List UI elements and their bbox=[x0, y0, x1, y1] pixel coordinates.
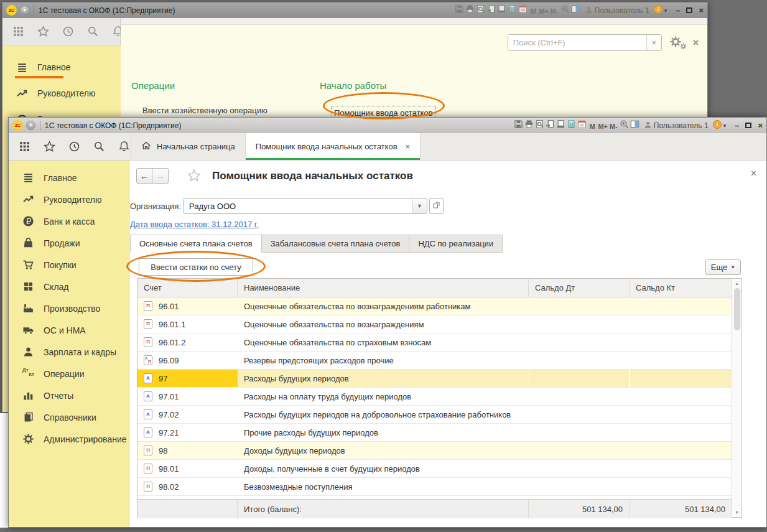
print-icon[interactable] bbox=[524, 119, 534, 129]
scroll-down-icon[interactable]: ▼ bbox=[735, 508, 739, 517]
calendar-icon[interactable]: 31 bbox=[577, 119, 587, 129]
link-enter-business-operation[interactable]: Ввести хозяйственную операцию bbox=[142, 106, 267, 115]
table-row[interactable]: АП96.09Резервы предстоящих расходов проч… bbox=[137, 352, 732, 370]
split-view-icon[interactable] bbox=[570, 4, 581, 14]
apps-grid-icon[interactable] bbox=[19, 141, 30, 152]
back-button[interactable]: ← bbox=[136, 168, 152, 184]
form-close-button[interactable]: × bbox=[751, 168, 756, 179]
table-row[interactable]: А97.01Расходы на оплату труда будущих пе… bbox=[137, 388, 732, 406]
table-row[interactable]: П98.02Безвозмездные поступления bbox=[137, 478, 732, 496]
save-icon[interactable] bbox=[513, 119, 524, 129]
file-export-icon[interactable] bbox=[555, 119, 566, 129]
organization-combobox[interactable]: Радуга ООО ▼ bbox=[184, 198, 427, 214]
column-header-name[interactable]: Наименование bbox=[238, 279, 529, 297]
table-row[interactable]: П96.01.1Оценочные обязательства по возна… bbox=[137, 315, 732, 334]
memory-button[interactable]: M bbox=[587, 121, 598, 131]
file-import-icon[interactable] bbox=[545, 119, 555, 129]
tab-main-accounts[interactable]: Основные счета плана счетов bbox=[130, 235, 262, 253]
sidebar-item-зарплата-и-кадры[interactable]: Зарплата и кадры bbox=[9, 341, 130, 363]
search-icon[interactable] bbox=[93, 141, 105, 152]
tab-home-page[interactable]: Начальная страница bbox=[131, 133, 245, 160]
scrollbar-thumb[interactable] bbox=[734, 288, 740, 330]
scroll-up-icon[interactable]: ▲ bbox=[735, 279, 739, 288]
sidebar-item-главное[interactable]: Главное bbox=[2, 54, 121, 80]
sidebar-item-покупки[interactable]: Покупки bbox=[9, 254, 130, 276]
calculator-icon[interactable] bbox=[507, 4, 518, 14]
zoom-in-icon[interactable] bbox=[619, 119, 630, 129]
maximize-button[interactable] bbox=[686, 7, 692, 13]
forward-button[interactable]: → bbox=[152, 168, 169, 184]
memory-button[interactable]: M+ bbox=[539, 6, 549, 16]
print-icon[interactable] bbox=[465, 4, 475, 14]
enter-balances-button[interactable]: Ввести остатки по счету bbox=[139, 258, 253, 276]
combobox-caret-icon[interactable]: ▼ bbox=[412, 198, 427, 213]
vertical-scrollbar[interactable]: ▲ ▼ bbox=[732, 279, 741, 517]
search-clear-button[interactable]: × bbox=[646, 35, 661, 50]
window-menu-caret-icon[interactable]: ▼ bbox=[26, 121, 35, 130]
sidebar-item-банк-и-касса[interactable]: Банк и касса bbox=[9, 210, 130, 232]
maximize-button[interactable] bbox=[745, 123, 751, 128]
table-row[interactable]: П98.01Доходы, полученные в счет будущих … bbox=[137, 460, 732, 478]
back-window-titlebar[interactable]: 1С ▼ 1С тестовая с ОКОФ (1С:Предприятие)… bbox=[2, 2, 707, 18]
table-row[interactable]: П98Доходы будущих периодов bbox=[137, 442, 732, 460]
favorites-star-icon[interactable] bbox=[37, 26, 49, 37]
print-preview-icon[interactable] bbox=[534, 119, 545, 129]
sidebar-item-ос-и-нма[interactable]: ОС и НМА bbox=[9, 319, 130, 341]
split-view-icon[interactable] bbox=[630, 119, 640, 129]
zoom-in-icon[interactable] bbox=[560, 4, 570, 14]
favorites-star-icon[interactable] bbox=[44, 141, 55, 152]
save-icon[interactable] bbox=[454, 4, 465, 14]
sidebar-item-руководителю[interactable]: Руководителю bbox=[2, 80, 121, 106]
sidebar-item-отчеты[interactable]: Отчеты bbox=[9, 385, 130, 406]
column-header-account[interactable]: Счет bbox=[137, 279, 238, 297]
window-menu-caret-icon[interactable]: ▼ bbox=[20, 6, 29, 15]
history-icon[interactable] bbox=[68, 141, 80, 152]
sidebar-item-операции[interactable]: ДтКтОперации bbox=[9, 363, 130, 385]
sidebar-item-справочники[interactable]: Справочники bbox=[9, 406, 130, 428]
info-icon[interactable]: i bbox=[712, 119, 722, 131]
tab-opening-balances-assistant[interactable]: Помощник ввода начальных остатков × bbox=[245, 133, 421, 160]
open-organization-button[interactable] bbox=[429, 198, 444, 214]
sidebar-item-администрирование[interactable]: Администрирование bbox=[9, 428, 130, 450]
memory-button[interactable]: M- bbox=[549, 6, 560, 16]
table-row[interactable]: А97.21Прочие расходы будущих периодов bbox=[137, 424, 732, 442]
calendar-icon[interactable]: 31 bbox=[518, 4, 528, 14]
memory-button[interactable]: M+ bbox=[598, 121, 608, 131]
memory-button[interactable]: M- bbox=[608, 121, 619, 131]
table-row[interactable]: А97Расходы будущих периодов bbox=[137, 370, 732, 388]
notifications-bell-icon[interactable] bbox=[118, 141, 130, 152]
balances-date-link[interactable]: Дата ввода остатков: 31.12.2017 г. bbox=[130, 220, 259, 229]
sidebar-item-продажи[interactable]: Продажи bbox=[9, 232, 130, 254]
search-input[interactable] bbox=[508, 35, 646, 50]
front-window-titlebar[interactable]: 1С ▼ 1С тестовая с ОКОФ (1С:Предприятие)… bbox=[9, 118, 766, 133]
table-row[interactable]: П96.01Оценочные обязательства по вознагр… bbox=[137, 297, 732, 315]
minimize-button[interactable]: – bbox=[735, 121, 739, 129]
info-caret-icon[interactable]: ▾ bbox=[723, 123, 727, 129]
column-header-debit[interactable]: Сальдо Дт bbox=[529, 279, 630, 297]
search-box[interactable]: × bbox=[508, 34, 662, 51]
table-row[interactable]: П96.01.2Оценочные обязательства по страх… bbox=[137, 334, 732, 352]
column-header-credit[interactable]: Сальдо Кт bbox=[630, 279, 732, 297]
more-button[interactable]: Еще ▼ bbox=[705, 259, 741, 275]
tab-vat-sales[interactable]: НДС по реализации bbox=[409, 235, 503, 253]
search-icon[interactable] bbox=[87, 26, 99, 37]
file-export-icon[interactable] bbox=[496, 4, 507, 14]
minimize-button[interactable]: – bbox=[676, 6, 680, 14]
tab-offbalance-accounts[interactable]: Забалансовые счета плана счетов bbox=[262, 235, 410, 253]
favorite-star-icon[interactable] bbox=[187, 169, 201, 182]
print-preview-icon[interactable] bbox=[475, 4, 486, 14]
tab-close-icon[interactable]: × bbox=[406, 142, 411, 151]
sidebar-item-руководителю[interactable]: Руководителю bbox=[9, 189, 130, 210]
sidebar-item-склад[interactable]: Склад bbox=[9, 276, 130, 297]
sidebar-item-производство[interactable]: Производство bbox=[9, 297, 130, 319]
info-caret-icon[interactable]: ▾ bbox=[664, 7, 667, 14]
info-icon[interactable]: i bbox=[653, 4, 663, 16]
user-button[interactable]: Пользователь 1 bbox=[585, 6, 649, 16]
close-button[interactable]: × bbox=[699, 6, 704, 14]
close-button[interactable]: × bbox=[758, 121, 763, 129]
settings-gears-icon[interactable] bbox=[669, 35, 686, 50]
table-row[interactable]: А97.02Расходы будущих периодов на добров… bbox=[137, 406, 732, 424]
file-import-icon[interactable] bbox=[486, 4, 496, 14]
history-icon[interactable] bbox=[62, 26, 74, 37]
sidebar-item-главное[interactable]: Главное bbox=[9, 167, 130, 189]
